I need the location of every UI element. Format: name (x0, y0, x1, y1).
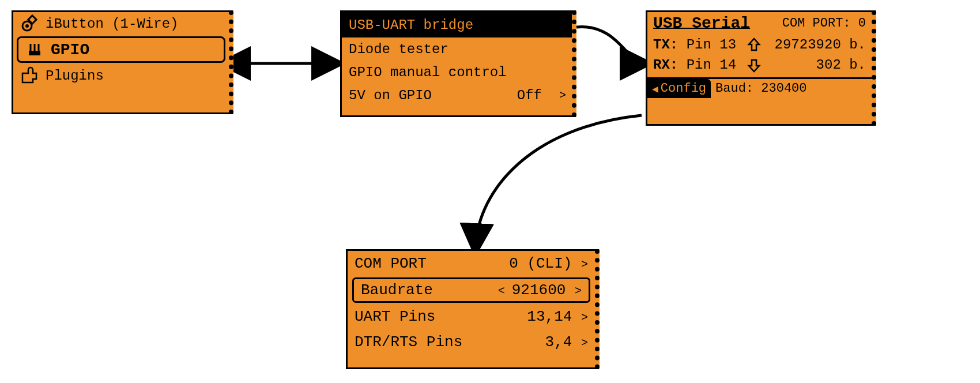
chevron-right-icon: > (575, 284, 582, 298)
chevron-right-icon: > (581, 311, 588, 324)
chevron-left-icon: ◀ (652, 82, 658, 95)
menu-label: 5V on GPIO (349, 88, 432, 103)
setting-value: Off (517, 88, 542, 103)
setting-label: Baudrate (361, 281, 433, 299)
menu-label: GPIO manual control (349, 65, 507, 80)
gpio-item-manual[interactable]: GPIO manual control (342, 61, 572, 84)
setting-label: UART Pins (355, 308, 435, 325)
config-com-port[interactable]: COM PORT 0 (CLI) > (348, 251, 595, 276)
tx-bytes: 29723920 b. (775, 37, 866, 52)
page-title: USB Serial (653, 14, 750, 32)
menu-label: Plugins (46, 68, 104, 84)
menu-label: iButton (1-Wire) (46, 16, 178, 32)
tx-pin: Pin 13 (687, 37, 736, 52)
plugins-icon (20, 67, 39, 84)
config-uart-pins[interactable]: UART Pins 13,14 > (348, 304, 595, 329)
config-screen: COM PORT 0 (CLI) > Baudrate < 921600 > U… (346, 249, 600, 369)
config-baudrate[interactable]: Baudrate < 921600 > (352, 277, 590, 303)
gpio-icon (25, 42, 44, 58)
gpio-item-usb-uart[interactable]: USB-UART bridge (342, 12, 572, 37)
arrow-up-icon (747, 37, 762, 52)
rx-pin: Pin 14 (687, 57, 736, 73)
setting-value: 0 (CLI) (509, 255, 572, 272)
config-button[interactable]: ◀ Config (647, 79, 711, 98)
main-menu-screen: iButton (1-Wire) GPIO Plugins (12, 10, 233, 114)
config-dtr-rts-pins[interactable]: DTR/RTS Pins 3,4 > (348, 329, 595, 355)
chevron-right-icon: > (581, 336, 588, 350)
setting-label: COM PORT (355, 255, 427, 272)
rx-bytes: 302 b. (816, 57, 866, 73)
tx-row: TX: Pin 13 29723920 b. (647, 35, 872, 55)
config-label: Config (661, 81, 706, 96)
chevron-right-icon: > (581, 258, 588, 271)
baud-display: Baud: 230400 (711, 79, 811, 98)
chevron-right-icon: > (559, 89, 566, 102)
usb-serial-screen: USB Serial COM PORT: 0 TX: Pin 13 297239… (646, 10, 876, 126)
svg-rect-4 (29, 51, 40, 55)
arrow-down-icon (747, 58, 762, 73)
com-port-label: COM PORT: 0 (782, 16, 866, 31)
menu-item-plugins[interactable]: Plugins (13, 64, 229, 87)
gpio-item-diode[interactable]: Diode tester (342, 37, 572, 61)
svg-point-3 (25, 24, 29, 28)
rx-label: RX: (653, 57, 678, 73)
menu-label: GPIO (51, 41, 89, 59)
tx-label: TX: (653, 37, 678, 52)
setting-value: 921600 (512, 281, 566, 299)
rx-row: RX: Pin 14 302 b. (647, 55, 872, 75)
chevron-left-icon: < (498, 284, 512, 298)
ibutton-icon (20, 16, 39, 32)
menu-item-gpio[interactable]: GPIO (17, 36, 225, 63)
menu-label: USB-UART bridge (349, 17, 473, 33)
setting-label: DTR/RTS Pins (355, 333, 462, 351)
menu-item-ibutton[interactable]: iButton (1-Wire) (13, 12, 229, 35)
setting-value: 13,14 (527, 308, 572, 325)
gpio-menu-screen: USB-UART bridge Diode tester GPIO manual… (340, 10, 576, 117)
gpio-item-5v[interactable]: 5V on GPIO Off > (342, 84, 572, 107)
menu-label: Diode tester (349, 42, 448, 57)
setting-value: 3,4 (545, 333, 572, 351)
